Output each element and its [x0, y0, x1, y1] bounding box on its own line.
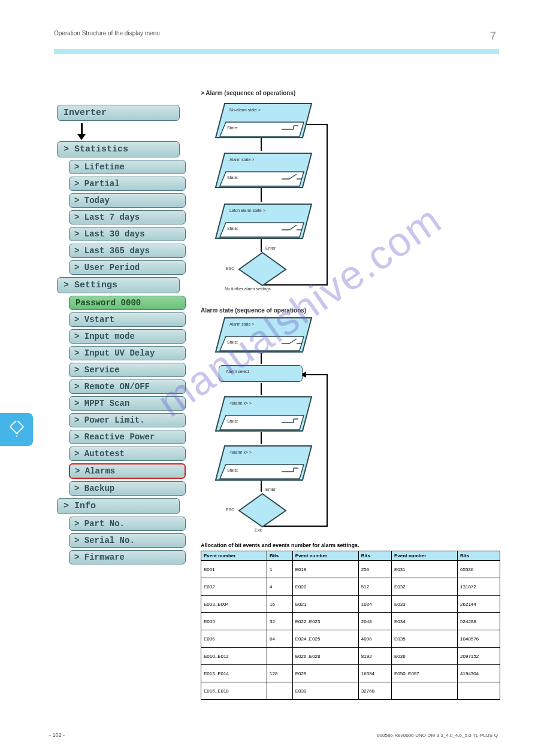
menu-item[interactable]: > Vstart: [69, 312, 186, 327]
flow-node: Alarm state > State:: [213, 317, 315, 357]
td: E033: [391, 596, 457, 613]
menu-password[interactable]: Password 0000: [69, 296, 186, 310]
td: 65536: [458, 561, 500, 578]
flow-process-label: Alarm select: [226, 369, 249, 374]
menu-item[interactable]: > Serial No.: [69, 533, 186, 548]
td: E020: [292, 578, 358, 596]
bits-table: Event number Bits Event number Bits Even…: [201, 551, 500, 700]
td: 4194304: [458, 665, 500, 682]
menu-item[interactable]: > User Period: [69, 260, 186, 275]
th: Event number: [201, 551, 267, 561]
table-row: E0011E019256E03165536: [201, 561, 500, 578]
td: [458, 682, 500, 700]
menu-statistics[interactable]: > Statistics: [57, 141, 180, 157]
manual-page: Operation Structure of the display menu …: [0, 0, 535, 756]
td: 8192: [358, 648, 391, 665]
flow-node: No-alarm state > State:: [213, 103, 315, 142]
menu-item[interactable]: > Input mode: [69, 329, 186, 344]
menu-item[interactable]: > MPPT Scan: [69, 396, 186, 411]
td: 512: [358, 578, 391, 596]
td: 1: [267, 561, 293, 578]
table-row: E010..E012E026..E0288192E0362097152: [201, 648, 500, 665]
table-header-row: Event number Bits Event number Bits Even…: [201, 551, 500, 561]
flow-exit-label: Exit: [255, 528, 262, 532]
flow-b-title: Alarm state (sequence of operations): [201, 307, 500, 314]
menu-item[interactable]: > Reactive Power: [69, 430, 186, 444]
td: 32: [267, 613, 293, 630]
menu-item[interactable]: > Backup: [69, 481, 186, 496]
td: E006: [201, 630, 267, 648]
menu-item[interactable]: > Input UV Delay: [69, 346, 186, 360]
menu-root[interactable]: Inverter: [57, 105, 180, 121]
flow-node-sublabel: State:: [227, 468, 238, 472]
td: E010..E012: [201, 648, 267, 665]
td: 4: [267, 578, 293, 596]
menu-item[interactable]: > Last 365 days: [69, 244, 186, 258]
flow-node-sublabel: State:: [227, 340, 238, 344]
flow-node: Latch alarm state > State:: [213, 204, 315, 243]
menu-tree: Inverter > Statistics > Lifetime > Parti…: [57, 105, 189, 567]
td: 64: [267, 630, 293, 648]
td: E022..E023: [292, 613, 358, 630]
td: E003..E004: [201, 596, 267, 613]
th: Bits: [358, 551, 391, 561]
flow-node-sublabel: State:: [227, 419, 238, 423]
td: 1024: [358, 596, 391, 613]
side-tab-label: 7: [15, 432, 18, 438]
flow-node-label: Alarm state >: [229, 322, 254, 326]
decision-label-left: ESC: [226, 266, 234, 271]
td: 262144: [458, 596, 500, 613]
td: E026..E028: [292, 648, 358, 665]
td: 256: [358, 561, 391, 578]
menu-settings[interactable]: > Settings: [57, 277, 180, 293]
table-row: E00664E024..E0254096E0351048576: [201, 630, 500, 648]
flowchart-a: No-alarm state > State: Alarm state > St…: [201, 100, 368, 303]
flow-node-label: No-alarm state >: [229, 108, 261, 112]
flowchart-b: Alarm state > State: Alarm select <alarm…: [201, 317, 368, 539]
page-number: - 102 -: [49, 732, 65, 738]
flow-decision: Enter ESC: [237, 492, 288, 532]
flow-node-label: Latch alarm state >: [229, 208, 265, 212]
table-row: E015..E018E03032768: [201, 682, 500, 700]
menu-item[interactable]: > Partial: [69, 177, 186, 191]
svg-marker-34: [239, 494, 286, 527]
th: Event number: [391, 551, 457, 561]
table-row: E013..E014128E02916384E050..E0974194304: [201, 665, 500, 682]
flow-node: <alarm x> > State:: [213, 396, 315, 436]
td: E015..E018: [201, 682, 267, 700]
menu-item[interactable]: > Power Limit.: [69, 413, 186, 427]
chapter-number: 7: [490, 30, 496, 42]
right-column: > Alarm (sequence of operations): [201, 90, 500, 700]
menu-item[interactable]: > Last 30 days: [69, 227, 186, 241]
decision-label-top: Enter: [265, 246, 276, 250]
td: E036: [391, 648, 457, 665]
menu-item[interactable]: > Part No.: [69, 517, 186, 531]
td: [391, 682, 457, 700]
flow-a-title: > Alarm (sequence of operations): [201, 90, 500, 96]
menu-item[interactable]: > Firmware: [69, 550, 186, 564]
arrow-down-icon: [81, 123, 189, 141]
menu-item[interactable]: > Remote ON/OFF: [69, 379, 186, 394]
table-row: E0024E020512E032131072: [201, 578, 500, 596]
menu-item[interactable]: > Today: [69, 193, 186, 208]
td: E050..E097: [391, 665, 457, 682]
menu-item[interactable]: > Last 7 days: [69, 210, 186, 224]
decision-label-top: Enter: [265, 487, 276, 491]
td: E013..E014: [201, 665, 267, 682]
menu-info[interactable]: > Info: [57, 498, 180, 514]
menu-item-alarms[interactable]: > Alarms: [69, 463, 186, 479]
menu-item[interactable]: > Autotest: [69, 447, 186, 461]
menu-item[interactable]: > Lifetime: [69, 160, 186, 174]
td: 2097152: [458, 648, 500, 665]
td: E005: [201, 613, 267, 630]
header-divider: [54, 49, 499, 54]
flow-decision: Enter ESC: [237, 251, 288, 290]
flow-node: Alarm state > State:: [213, 153, 315, 192]
td: [267, 682, 293, 700]
td: 4096: [358, 630, 391, 648]
th: Bits: [267, 551, 293, 561]
td: 32768: [358, 682, 391, 700]
td: 128: [267, 665, 293, 682]
menu-item[interactable]: > Service: [69, 363, 186, 377]
side-tab: 7: [0, 413, 33, 446]
